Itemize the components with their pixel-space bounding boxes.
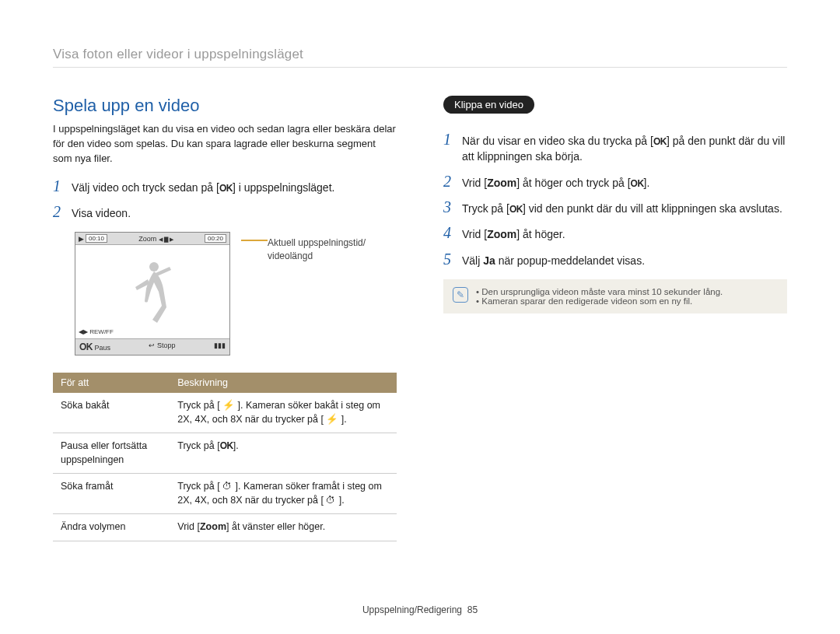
note-box: ✎ Den ursprungliga videon måste vara min…	[443, 279, 787, 313]
left-column: Spela upp en video I uppspelningsläget k…	[53, 96, 397, 541]
content-columns: Spela upp en video I uppspelningsläget k…	[53, 96, 787, 541]
rewff-label: ◀▶ REW/FF	[79, 328, 114, 335]
table-row: Pausa eller fortsätta uppspelningen Tryc…	[53, 433, 397, 474]
ok-icon: OK	[219, 183, 233, 194]
step-number: 3	[443, 198, 454, 216]
step-text: Visa videon.	[72, 205, 131, 221]
step-text-part: Zoom	[487, 228, 516, 240]
cell-part: Vrid [	[177, 521, 200, 532]
table-cell: Ändra volymen	[53, 514, 170, 541]
right-column: Klippa en video 1 När du visar en video …	[443, 96, 787, 541]
intro-paragraph: I uppspelningsläget kan du visa en video…	[53, 122, 397, 166]
play-indicator: ▶ 00:10	[79, 234, 107, 243]
cell-part: Zoom	[200, 521, 226, 532]
section-heading: Spela upp en video	[53, 96, 397, 116]
cell-part: Tryck på [	[177, 440, 219, 451]
step-text-part: Vrid [	[462, 177, 487, 189]
note-item: Kameran sparar den redigerade videon som…	[476, 296, 723, 306]
step-number: 5	[443, 250, 454, 268]
step-text-part: Vrid [	[462, 228, 487, 240]
table-cell: Vrid [Zoom] åt vänster eller höger.	[170, 514, 397, 541]
step-4: 4 Vrid [Zoom] åt höger.	[443, 224, 787, 242]
step-text-part: ] åt höger och tryck på [	[516, 177, 630, 189]
step-text: Vrid [Zoom] åt höger och tryck på [OK].	[462, 175, 649, 191]
controls-table: För att Beskrivning Söka bakåt Tryck på …	[53, 373, 397, 541]
table-cell: Tryck på [ ⚡ ]. Kameran söker bakåt i st…	[170, 393, 397, 433]
step-2: 2 Visa videon.	[53, 203, 397, 221]
step-number: 1	[443, 131, 454, 149]
step-2: 2 Vrid [Zoom] åt höger och tryck på [OK]…	[443, 173, 787, 191]
screen-bottom-bar: OK Paus ↩ Stopp ▮▮▮	[75, 338, 229, 355]
step-text-part: Välj video och tryck sedan på [	[72, 181, 219, 194]
screen-top-bar: ▶ 00:10 Zoom ◀ ▇ ▶ 00:20	[75, 233, 229, 245]
step-number: 2	[443, 173, 454, 191]
step-text: När du visar en video ska du trycka på […	[462, 133, 787, 165]
note-item: Den ursprungliga videon måste vara minst…	[476, 287, 723, 296]
step-text-part: Välj	[462, 254, 483, 267]
current-time: 00:10	[86, 234, 107, 243]
ok-icon: OK	[653, 136, 667, 147]
ok-icon: OK	[509, 204, 523, 215]
note-icon: ✎	[453, 287, 468, 303]
step-text-part: ] vid den punkt där du vill att klippnin…	[523, 202, 782, 215]
table-cell: Tryck på [OK].	[170, 433, 397, 474]
step-3: 3 Tryck på [OK] vid den punkt där du vil…	[443, 198, 787, 216]
footer-page-number: 85	[467, 604, 478, 615]
step-1: 1 När du visar en video ska du trycka på…	[443, 131, 787, 165]
dancer-silhouette	[131, 259, 174, 324]
table-header: Beskrivning	[170, 373, 397, 393]
total-time: 00:20	[205, 234, 226, 243]
step-text-part: ] i uppspelningsläget.	[233, 181, 335, 194]
table-header: För att	[53, 373, 170, 393]
table-row: Söka framåt Tryck på [ ⏱ ]. Kameran söke…	[53, 474, 397, 514]
step-text-part: när popup-meddelandet visas.	[495, 254, 645, 267]
callout-line	[241, 240, 268, 241]
step-text: Välj Ja när popup-meddelandet visas.	[462, 253, 645, 268]
table-cell: Tryck på [ ⏱ ]. Kameran söker framåt i s…	[170, 474, 397, 514]
step-number: 4	[443, 224, 454, 242]
table-row: Ändra volymen Vrid [Zoom] åt vänster ell…	[53, 514, 397, 541]
cell-part: ] åt vänster eller höger.	[226, 521, 325, 532]
table-row: Söka bakåt Tryck på [ ⚡ ]. Kameran söker…	[53, 393, 397, 433]
step-5: 5 Välj Ja när popup-meddelandet visas.	[443, 250, 787, 268]
step-text: Vrid [Zoom] åt höger.	[462, 226, 565, 242]
step-text-part: Ja	[483, 254, 495, 267]
note-list: Den ursprungliga videon måste vara minst…	[476, 287, 723, 306]
step-text-part: När du visar en video ska du trycka på [	[462, 135, 653, 147]
step-text-part: ].	[644, 177, 650, 189]
breadcrumb: Visa foton eller videor i uppspelningslä…	[53, 47, 787, 68]
subsection-badge: Klippa en video	[443, 96, 534, 114]
step-text: Tryck på [OK] vid den punkt där du vill …	[462, 201, 782, 216]
screen-caption: Aktuell uppspelningstid/ videolängd	[268, 236, 366, 263]
step-number: 2	[53, 203, 64, 221]
page-footer: Uppspelning/Redigering 85	[0, 604, 840, 615]
ok-icon: OK	[631, 178, 644, 189]
footer-section: Uppspelning/Redigering	[362, 604, 462, 615]
video-viewport: ◀▶ REW/FF	[75, 245, 229, 338]
table-cell: Pausa eller fortsätta uppspelningen	[53, 433, 170, 474]
zoom-label: Zoom ◀ ▇ ▶	[138, 235, 173, 243]
step-text-part: ] åt höger.	[516, 228, 565, 240]
ok-icon: OK	[220, 440, 233, 451]
step-number: 1	[53, 177, 64, 195]
step-text: Välj video och tryck sedan på [OK] i upp…	[72, 180, 334, 195]
stopp-button-label: ↩ Stopp	[149, 342, 175, 352]
svg-point-0	[149, 262, 159, 271]
table-cell: Söka bakåt	[53, 393, 170, 433]
video-preview-block: ▶ 00:10 Zoom ◀ ▇ ▶ 00:20	[75, 232, 397, 356]
camera-screen-mockup: ▶ 00:10 Zoom ◀ ▇ ▶ 00:20	[75, 232, 230, 356]
table-cell: Söka framåt	[53, 474, 170, 514]
step-1: 1 Välj video och tryck sedan på [OK] i u…	[53, 177, 397, 195]
cell-part: ].	[233, 440, 239, 451]
paus-button-label: OK Paus	[79, 342, 110, 352]
step-text-part: Tryck på [	[462, 202, 509, 215]
step-text-part: Zoom	[487, 177, 516, 189]
battery-icon: ▮▮▮	[214, 342, 226, 352]
